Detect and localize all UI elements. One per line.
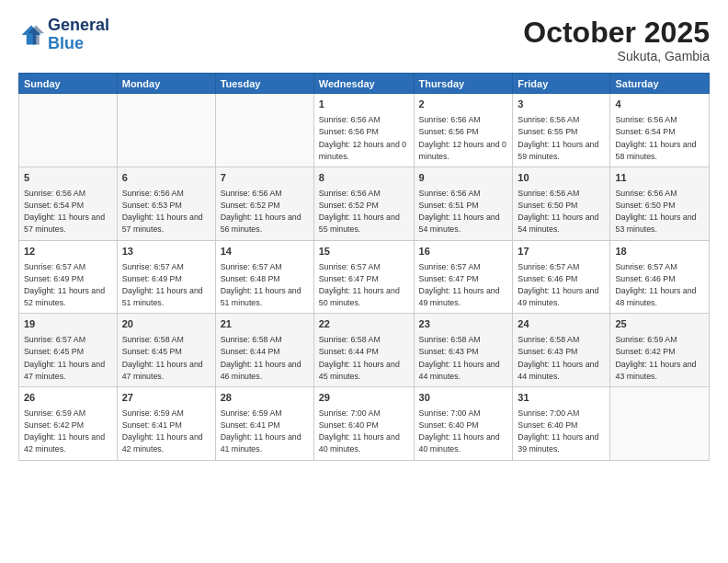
day-info: Sunrise: 6:57 AM Sunset: 6:49 PM Dayligh… — [122, 261, 210, 310]
calendar-cell: 17Sunrise: 6:57 AM Sunset: 6:46 PM Dayli… — [513, 240, 610, 314]
day-number: 31 — [518, 391, 605, 406]
day-number: 19 — [24, 317, 112, 332]
day-info: Sunrise: 6:56 AM Sunset: 6:56 PM Dayligh… — [419, 114, 508, 163]
weekday-header-wednesday: Wednesday — [313, 74, 414, 94]
calendar-week-row: 1Sunrise: 6:56 AM Sunset: 6:56 PM Daylig… — [19, 94, 710, 167]
page: General Blue October 2025 Sukuta, Gambia… — [0, 0, 728, 563]
logo: General Blue — [18, 17, 109, 53]
calendar-cell: 14Sunrise: 6:57 AM Sunset: 6:48 PM Dayli… — [215, 240, 313, 314]
day-number: 14 — [221, 245, 309, 259]
day-info: Sunrise: 7:00 AM Sunset: 6:40 PM Dayligh… — [518, 408, 605, 456]
weekday-header-monday: Monday — [117, 74, 215, 94]
day-number: 3 — [518, 98, 605, 112]
calendar-cell: 10Sunrise: 6:56 AM Sunset: 6:50 PM Dayli… — [513, 167, 610, 240]
day-info: Sunrise: 6:58 AM Sunset: 6:43 PM Dayligh… — [419, 334, 508, 383]
day-number: 11 — [615, 171, 704, 186]
title-block: October 2025 Sukuta, Gambia — [523, 17, 710, 63]
day-info: Sunrise: 6:57 AM Sunset: 6:46 PM Dayligh… — [615, 261, 704, 310]
day-number: 1 — [319, 98, 409, 112]
calendar-cell: 11Sunrise: 6:56 AM Sunset: 6:50 PM Dayli… — [610, 167, 710, 240]
weekday-header-sunday: Sunday — [19, 74, 118, 94]
calendar-cell — [117, 94, 215, 167]
day-info: Sunrise: 6:58 AM Sunset: 6:44 PM Dayligh… — [221, 334, 309, 383]
day-number: 21 — [221, 317, 309, 332]
calendar-week-row: 12Sunrise: 6:57 AM Sunset: 6:49 PM Dayli… — [19, 240, 710, 314]
calendar-week-row: 5Sunrise: 6:56 AM Sunset: 6:54 PM Daylig… — [19, 167, 710, 240]
day-number: 27 — [122, 391, 210, 406]
day-number: 22 — [319, 317, 409, 332]
day-number: 2 — [419, 98, 508, 112]
day-info: Sunrise: 6:57 AM Sunset: 6:45 PM Dayligh… — [24, 334, 112, 383]
day-info: Sunrise: 7:00 AM Sunset: 6:40 PM Dayligh… — [419, 408, 508, 456]
day-info: Sunrise: 6:56 AM Sunset: 6:56 PM Dayligh… — [319, 114, 409, 163]
calendar-cell: 8Sunrise: 6:56 AM Sunset: 6:52 PM Daylig… — [313, 167, 414, 240]
calendar-cell: 27Sunrise: 6:59 AM Sunset: 6:41 PM Dayli… — [117, 386, 215, 460]
day-number: 24 — [518, 317, 605, 332]
calendar-cell: 6Sunrise: 6:56 AM Sunset: 6:53 PM Daylig… — [117, 167, 215, 240]
calendar-cell: 15Sunrise: 6:57 AM Sunset: 6:47 PM Dayli… — [313, 240, 414, 314]
calendar-cell: 29Sunrise: 7:00 AM Sunset: 6:40 PM Dayli… — [313, 386, 414, 460]
calendar-cell: 24Sunrise: 6:58 AM Sunset: 6:43 PM Dayli… — [513, 314, 610, 387]
day-info: Sunrise: 6:58 AM Sunset: 6:45 PM Dayligh… — [122, 334, 210, 383]
logo-name-blue: Blue — [48, 35, 109, 53]
day-info: Sunrise: 6:59 AM Sunset: 6:41 PM Dayligh… — [221, 408, 309, 456]
header: General Blue October 2025 Sukuta, Gambia — [18, 17, 710, 63]
calendar-cell: 18Sunrise: 6:57 AM Sunset: 6:46 PM Dayli… — [610, 240, 710, 314]
day-number: 17 — [518, 245, 605, 259]
calendar-cell: 13Sunrise: 6:57 AM Sunset: 6:49 PM Dayli… — [117, 240, 215, 314]
day-number: 8 — [319, 171, 409, 186]
day-info: Sunrise: 6:57 AM Sunset: 6:46 PM Dayligh… — [518, 261, 605, 310]
day-number: 25 — [615, 317, 704, 332]
day-number: 23 — [419, 317, 508, 332]
calendar-cell: 12Sunrise: 6:57 AM Sunset: 6:49 PM Dayli… — [19, 240, 118, 314]
calendar-cell: 19Sunrise: 6:57 AM Sunset: 6:45 PM Dayli… — [19, 314, 118, 387]
calendar-cell — [610, 386, 710, 460]
day-info: Sunrise: 6:57 AM Sunset: 6:47 PM Dayligh… — [319, 261, 409, 310]
day-info: Sunrise: 6:56 AM Sunset: 6:50 PM Dayligh… — [518, 188, 605, 236]
day-info: Sunrise: 6:59 AM Sunset: 6:42 PM Dayligh… — [615, 334, 704, 383]
weekday-header-row: SundayMondayTuesdayWednesdayThursdayFrid… — [19, 74, 710, 94]
day-info: Sunrise: 6:59 AM Sunset: 6:42 PM Dayligh… — [24, 408, 112, 456]
calendar-cell: 20Sunrise: 6:58 AM Sunset: 6:45 PM Dayli… — [117, 314, 215, 387]
day-info: Sunrise: 6:57 AM Sunset: 6:48 PM Dayligh… — [221, 261, 309, 310]
day-number: 28 — [221, 391, 309, 406]
calendar-cell: 30Sunrise: 7:00 AM Sunset: 6:40 PM Dayli… — [414, 386, 513, 460]
calendar-cell: 28Sunrise: 6:59 AM Sunset: 6:41 PM Dayli… — [215, 386, 313, 460]
weekday-header-friday: Friday — [513, 74, 610, 94]
day-number: 5 — [24, 171, 112, 186]
calendar-cell: 25Sunrise: 6:59 AM Sunset: 6:42 PM Dayli… — [610, 314, 710, 387]
day-number: 15 — [319, 245, 409, 259]
day-number: 7 — [221, 171, 309, 186]
day-number: 13 — [122, 245, 210, 259]
calendar-week-row: 19Sunrise: 6:57 AM Sunset: 6:45 PM Dayli… — [19, 314, 710, 387]
weekday-header-saturday: Saturday — [610, 74, 710, 94]
day-info: Sunrise: 6:56 AM Sunset: 6:50 PM Dayligh… — [615, 188, 704, 236]
calendar-cell: 7Sunrise: 6:56 AM Sunset: 6:52 PM Daylig… — [215, 167, 313, 240]
day-info: Sunrise: 6:56 AM Sunset: 6:53 PM Dayligh… — [122, 188, 210, 236]
day-number: 16 — [419, 245, 508, 259]
day-info: Sunrise: 6:58 AM Sunset: 6:44 PM Dayligh… — [319, 334, 409, 383]
day-number: 29 — [319, 391, 409, 406]
day-number: 10 — [518, 171, 605, 186]
weekday-header-tuesday: Tuesday — [215, 74, 313, 94]
calendar-cell: 26Sunrise: 6:59 AM Sunset: 6:42 PM Dayli… — [19, 386, 118, 460]
calendar-cell: 21Sunrise: 6:58 AM Sunset: 6:44 PM Dayli… — [215, 314, 313, 387]
day-number: 20 — [122, 317, 210, 332]
calendar-cell — [215, 94, 313, 167]
day-info: Sunrise: 6:56 AM Sunset: 6:52 PM Dayligh… — [319, 188, 409, 236]
calendar-week-row: 26Sunrise: 6:59 AM Sunset: 6:42 PM Dayli… — [19, 386, 710, 460]
day-info: Sunrise: 6:57 AM Sunset: 6:49 PM Dayligh… — [24, 261, 112, 310]
day-info: Sunrise: 6:56 AM Sunset: 6:54 PM Dayligh… — [24, 188, 112, 236]
day-info: Sunrise: 6:56 AM Sunset: 6:55 PM Dayligh… — [518, 114, 605, 163]
logo-name-general: General — [48, 17, 109, 35]
location: Sukuta, Gambia — [523, 49, 710, 63]
calendar-cell: 9Sunrise: 6:56 AM Sunset: 6:51 PM Daylig… — [414, 167, 513, 240]
calendar-cell: 5Sunrise: 6:56 AM Sunset: 6:54 PM Daylig… — [19, 167, 118, 240]
day-number: 26 — [24, 391, 112, 406]
calendar-cell: 22Sunrise: 6:58 AM Sunset: 6:44 PM Dayli… — [313, 314, 414, 387]
day-number: 18 — [615, 245, 704, 259]
calendar-table: SundayMondayTuesdayWednesdayThursdayFrid… — [18, 73, 710, 460]
calendar-cell: 16Sunrise: 6:57 AM Sunset: 6:47 PM Dayli… — [414, 240, 513, 314]
day-number: 4 — [615, 98, 704, 112]
day-info: Sunrise: 6:56 AM Sunset: 6:52 PM Dayligh… — [221, 188, 309, 236]
